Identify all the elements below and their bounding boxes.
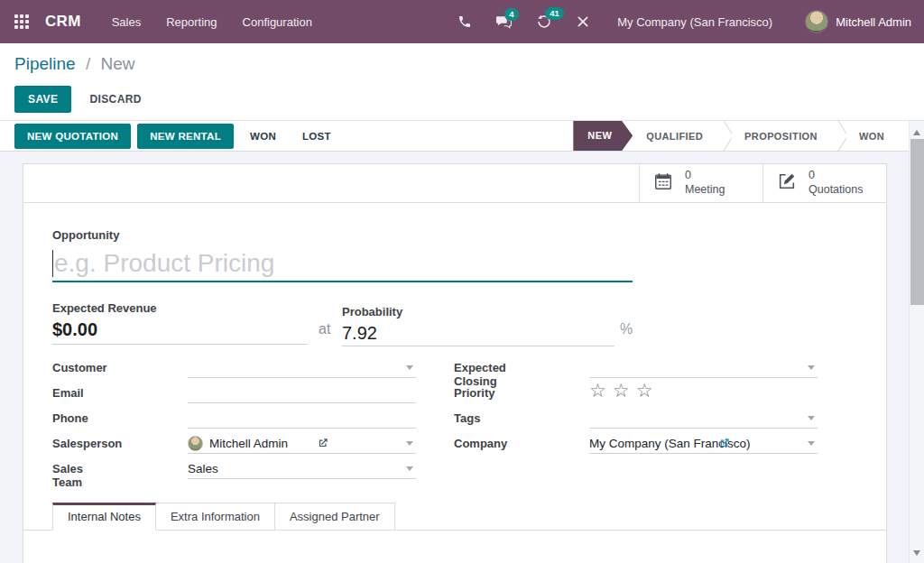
dropdown-caret-icon[interactable]: [406, 466, 413, 471]
activities-badge: 41: [545, 7, 564, 20]
dropdown-caret-icon[interactable]: [808, 365, 815, 370]
probability-input[interactable]: 7.92: [342, 323, 614, 346]
stage-qualified[interactable]: QUALIFIED: [633, 131, 716, 142]
percent-sign: %: [620, 321, 633, 337]
voip-phone-button[interactable]: [457, 14, 472, 29]
quotations-stat-button[interactable]: 0 Quotations: [762, 164, 886, 202]
probability-label: Probability: [342, 305, 402, 318]
new-quotation-button[interactable]: NEW QUOTATION: [14, 124, 131, 149]
scrollbar-thumb[interactable]: [910, 139, 924, 305]
vertical-scrollbar[interactable]: [909, 121, 924, 563]
opportunity-placeholder: e.g. Product Pricing: [54, 249, 274, 278]
user-menu[interactable]: Mitchell Admin: [805, 10, 911, 33]
opportunity-field-group: Opportunity e.g. Product Pricing: [52, 226, 633, 282]
scroll-up-arrow-icon[interactable]: [913, 130, 920, 135]
form-body: Opportunity e.g. Product Pricing Expecte…: [23, 203, 886, 563]
salesperson-value: Mitchell Admin: [209, 437, 406, 450]
breadcrumb-pipeline-link[interactable]: Pipeline: [14, 54, 76, 73]
expected-revenue-input[interactable]: $0.00: [52, 319, 308, 345]
opportunity-label: Opportunity: [52, 228, 119, 242]
user-avatar: [805, 10, 828, 33]
content-area: 0 Meeting 0 Quotations: [0, 152, 924, 563]
calendar-icon: [653, 171, 673, 195]
won-button[interactable]: WON: [240, 125, 286, 148]
quotations-label: Quotations: [808, 183, 863, 198]
dropdown-caret-icon[interactable]: [808, 416, 815, 420]
expected-revenue-group: Expected Revenue $0.00: [52, 300, 308, 345]
menu-sales[interactable]: Sales: [112, 15, 142, 29]
company-label: Company: [454, 437, 507, 450]
star-icon[interactable]: ☆: [589, 382, 606, 401]
tab-extra-information[interactable]: Extra Information: [156, 503, 275, 531]
text-cursor: [52, 250, 53, 277]
tab-internal-notes[interactable]: Internal Notes: [52, 503, 156, 531]
dropdown-caret-icon[interactable]: [406, 365, 413, 370]
menu-reporting[interactable]: Reporting: [166, 15, 217, 29]
lost-button[interactable]: LOST: [292, 125, 341, 148]
phone-input[interactable]: [188, 409, 416, 429]
external-link-icon[interactable]: [317, 437, 329, 453]
phone-label: Phone: [52, 411, 88, 425]
debug-tools-button[interactable]: [576, 14, 590, 29]
phone-icon: [457, 14, 472, 29]
salesperson-input[interactable]: Mitchell Admin: [188, 434, 416, 454]
tags-input[interactable]: [589, 409, 818, 429]
meeting-label: Meeting: [685, 183, 725, 198]
save-button[interactable]: SAVE: [14, 86, 71, 113]
stage-pipeline: NEW QUALIFIED PROPOSITION WON: [573, 121, 898, 151]
sales-team-input[interactable]: Sales: [188, 459, 416, 479]
priority-stars: ☆ ☆ ☆: [589, 382, 652, 401]
navbar-left: CRM Sales Reporting Configuration: [14, 13, 337, 31]
external-link-icon[interactable]: [718, 437, 731, 453]
sales-team-value: Sales: [188, 462, 406, 475]
notebook-tabs: Internal Notes Extra Information Assigne…: [23, 503, 886, 531]
stat-buttons: 0 Meeting 0 Quotations: [639, 164, 886, 202]
customer-label: Customer: [52, 361, 107, 374]
app-name[interactable]: CRM: [45, 13, 81, 31]
stage-won[interactable]: WON: [845, 131, 898, 142]
quotations-count: 0: [808, 169, 863, 183]
opportunity-input[interactable]: e.g. Product Pricing: [52, 245, 633, 282]
breadcrumb-current: New: [100, 54, 134, 73]
tab-assigned-partner[interactable]: Assigned Partner: [275, 503, 395, 531]
breadcrumb: Pipeline / New: [14, 54, 910, 74]
dropdown-caret-icon[interactable]: [406, 441, 413, 446]
scroll-down-arrow-icon[interactable]: [913, 550, 920, 556]
button-box: 0 Meeting 0 Quotations: [23, 164, 886, 203]
stage-chevron-icon: [716, 121, 731, 151]
dropdown-caret-icon[interactable]: [808, 441, 815, 446]
navbar-right: 4 41 My Company (San Francisco) Mitchell…: [434, 10, 911, 33]
salesperson-label: Salesperson: [52, 437, 122, 450]
expected-revenue-label: Expected Revenue: [52, 301, 157, 315]
salesperson-avatar: [188, 436, 203, 451]
edit-pencil-icon: [777, 171, 797, 195]
star-icon[interactable]: ☆: [613, 382, 630, 401]
stage-proposition[interactable]: PROPOSITION: [731, 131, 831, 142]
stat-text: 0 Quotations: [808, 169, 863, 197]
customer-input[interactable]: [188, 358, 416, 378]
new-rental-button[interactable]: NEW RENTAL: [137, 124, 234, 149]
crm-app-window: CRM Sales Reporting Configuration 4: [0, 0, 924, 563]
apps-grid-icon[interactable]: [14, 14, 29, 29]
discard-button[interactable]: DISCARD: [79, 87, 152, 112]
control-panel: Pipeline / New SAVE DISCARD: [0, 43, 924, 121]
stat-text: 0 Meeting: [685, 169, 725, 197]
company-switcher[interactable]: My Company (San Francisco): [617, 15, 772, 29]
email-input[interactable]: [188, 383, 416, 403]
activities-menu-button[interactable]: 41: [536, 14, 552, 30]
tags-label: Tags: [454, 411, 480, 425]
probability-group: Probability 7.92: [342, 303, 614, 346]
email-label: Email: [52, 386, 84, 400]
form-statusbar: NEW QUOTATION NEW RENTAL WON LOST NEW QU…: [0, 121, 924, 152]
meeting-stat-button[interactable]: 0 Meeting: [639, 164, 762, 202]
expected-closing-input[interactable]: [589, 358, 818, 378]
stage-new[interactable]: NEW: [573, 121, 633, 151]
messages-menu-button[interactable]: 4: [495, 14, 513, 30]
user-name: Mitchell Admin: [836, 15, 911, 29]
sales-team-label: Sales Team: [52, 462, 83, 489]
company-value: My Company (San Francisco): [589, 437, 808, 450]
menu-configuration[interactable]: Configuration: [243, 15, 312, 29]
wrench-icon: [576, 14, 590, 29]
star-icon[interactable]: ☆: [636, 382, 653, 401]
company-input[interactable]: My Company (San Francisco): [589, 434, 818, 454]
